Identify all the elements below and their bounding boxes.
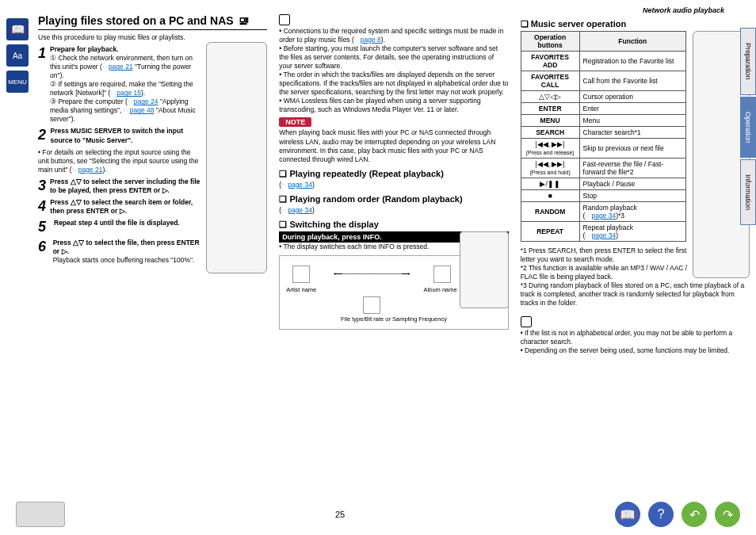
link-page15[interactable]: page 15 [116, 89, 141, 97]
intro-text: Use this procedure to play music files o… [38, 33, 267, 42]
forward-icon[interactable]: ↷ [715, 502, 740, 527]
hand-icon: ☞ [128, 97, 134, 105]
nas-icon: 🖳 [239, 14, 250, 27]
hand-icon: ☞ [102, 63, 109, 71]
link-repeat-tbl[interactable]: page 34 [591, 231, 616, 239]
switch-heading: ❏ Switching the display [279, 220, 508, 230]
display-icon [363, 296, 380, 314]
hand-icon: ☞ [72, 166, 78, 174]
remote-small [460, 231, 509, 308]
display-icon [292, 266, 310, 283]
end-note-2: • Depending on the server being used, so… [521, 346, 750, 355]
link-page21b[interactable]: page 21 [78, 166, 103, 174]
operation-table: Operation buttonsFunction FAVORITES ADDR… [521, 31, 686, 242]
display-icon [433, 266, 451, 283]
tab-operation[interactable]: Operation [740, 97, 756, 159]
random-heading: ❏ Playing random order (Random playback) [279, 194, 508, 204]
page-title: Playing files stored on a PC and NAS🖳 [38, 14, 267, 30]
footnote-3: *3 During random playback of files store… [521, 281, 750, 308]
pencil-icon [279, 14, 290, 25]
note-label: NOTE [279, 117, 311, 127]
step-2: 2Press MUSIC SERVER to switch the input … [38, 127, 202, 144]
tab-preparation[interactable]: Preparation [740, 28, 756, 95]
step-4: 4Press △▽ to select the search item or f… [38, 198, 202, 216]
music-server-heading: ❏ Music server operation [521, 19, 750, 29]
help-icon[interactable]: ? [648, 502, 674, 527]
link-page48[interactable]: page 48 [130, 106, 155, 114]
menu-icon[interactable]: MENU [6, 71, 29, 93]
side-tabs: Preparation Operation Information [740, 28, 756, 227]
hand-icon: ☞ [281, 181, 288, 189]
page-number: 25 [335, 510, 345, 519]
link-page24[interactable]: page 24 [134, 97, 158, 105]
remote-illustration [206, 42, 267, 273]
bullet-conn: • Connections to the required system and… [279, 27, 508, 44]
back-icon[interactable]: ↶ [682, 502, 707, 527]
hand-icon: ☞ [354, 36, 361, 44]
step-5: 5Repeat step 4 until the file is display… [38, 219, 202, 235]
bullet-order: • The order in which the tracks/files ar… [279, 71, 508, 97]
link-page8[interactable]: page 8 [361, 36, 381, 44]
note-text: When playing back music files with your … [279, 128, 508, 163]
book-nav-icon[interactable]: 📖 [615, 502, 640, 527]
link-random[interactable]: page 34 [288, 206, 312, 214]
hand-icon: ☞ [281, 206, 288, 214]
repeat-heading: ❏ Playing repeatedly (Repeat playback) [279, 169, 508, 179]
book-icon[interactable]: 📖 [6, 18, 29, 40]
end-note-1: • If the list is not in alphabetical ord… [521, 329, 750, 346]
bullet-before: • Before starting, you must launch the c… [279, 44, 508, 71]
step-6: 6Press △▽ to select the file, then press… [38, 239, 202, 265]
pencil-icon [521, 316, 532, 327]
link-random-tbl[interactable]: page 34 [591, 212, 616, 220]
link-page21[interactable]: page 21 [109, 63, 133, 71]
step-1: 1 Prepare for playback. ① Check the netw… [38, 45, 202, 124]
step-3: 3Press △▽ to select the server including… [38, 178, 202, 195]
tab-information[interactable]: Information [740, 159, 756, 225]
section-header: Network audio playback [0, 0, 756, 14]
device-thumbnail[interactable] [16, 502, 65, 527]
link-repeat[interactable]: page 34 [288, 181, 312, 189]
bullet-wma: • WMA Lossless files can be played when … [279, 97, 508, 114]
glossary-icon[interactable]: Aa [6, 44, 29, 67]
left-nav: 📖 Aa MENU [6, 14, 30, 355]
hand-icon: ☞ [124, 106, 130, 114]
